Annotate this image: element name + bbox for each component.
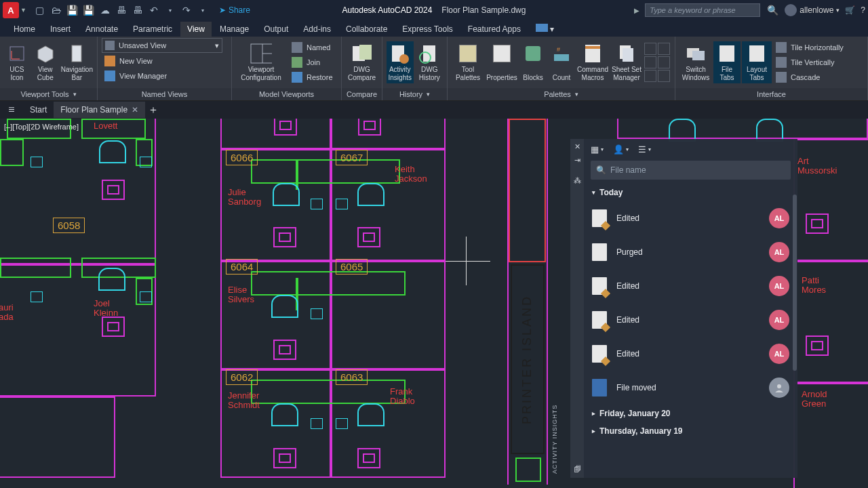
drawing-canvas[interactable]: [–][Top][2D Wireframe] 6058 Lovett Joel … <box>0 119 868 488</box>
view-manager-button[interactable]: View Manager <box>102 69 170 83</box>
viewport-label[interactable]: [–][Top][2D Wireframe] <box>4 123 79 131</box>
panel-title-palettes[interactable]: Palettes▾ <box>448 88 675 100</box>
doc-tab-start[interactable]: Start <box>23 102 54 118</box>
menu-tab-featured-apps[interactable]: Featured Apps <box>461 22 528 37</box>
menu-tab-parametric[interactable]: Parametric <box>126 22 179 37</box>
cascade-button[interactable]: Cascade <box>773 70 846 84</box>
panel-caption: ACTIVITY INSIGHTS <box>551 405 558 474</box>
menu-tab-home[interactable]: Home <box>7 22 42 37</box>
qat-redo-drop-icon[interactable]: ▾ <box>197 5 208 16</box>
group-friday[interactable]: ▸Friday, January 20 <box>584 405 797 422</box>
menu-tab-output[interactable]: Output <box>257 22 295 37</box>
blocks-button[interactable]: Blocks <box>519 41 547 83</box>
filter-user-button[interactable]: 👤▾ <box>613 144 629 155</box>
command-macros-button[interactable]: Command Macros <box>576 41 609 83</box>
panel-title-viewport-tools[interactable]: Viewport Tools ▾ <box>0 88 97 100</box>
menu-tab-annotate[interactable]: Annotate <box>79 22 125 37</box>
menu-tab-manage[interactable]: Manage <box>213 22 256 37</box>
restore-button[interactable]: Restore <box>289 70 336 84</box>
menu-tab-collaborate[interactable]: Collaborate <box>339 22 394 37</box>
app-menu-icon[interactable]: A <box>3 2 19 18</box>
share-button[interactable]: ➤ Share <box>219 5 250 15</box>
person-label: Art Mussorski <box>797 157 837 176</box>
menu-tab-express-tools[interactable]: Express Tools <box>395 22 459 37</box>
panel-title-history[interactable]: History▾ <box>382 88 447 100</box>
named-viewports-button[interactable]: Named <box>289 41 336 54</box>
basket-icon[interactable]: 🛒 <box>845 5 855 15</box>
user-badge: AL <box>769 276 789 296</box>
qat-open-icon[interactable]: 🗁 <box>51 5 62 16</box>
qat-plot-icon[interactable]: 🖶 <box>116 5 127 16</box>
view-dropdown[interactable]: Unsaved View ▾ <box>102 38 222 53</box>
room-label: 6058 <box>53 218 85 233</box>
qat-save-icon[interactable]: 💾 <box>67 5 78 16</box>
activity-row[interactable]: EditedAL <box>584 303 797 337</box>
panel-title-named-views: Named Views <box>98 88 231 100</box>
doc-tab-add-button[interactable]: ＋ <box>145 102 161 118</box>
new-view-button[interactable]: New View <box>102 54 155 68</box>
panel-title-interface: Interface <box>675 88 867 100</box>
activity-row[interactable]: EditedAL <box>584 201 797 235</box>
menu-tab-extra[interactable]: ▾ <box>529 21 561 37</box>
tile-horizontal-button[interactable]: Tile Horizontally <box>773 41 846 54</box>
qat-undo-icon[interactable]: ↶ <box>149 5 159 16</box>
svg-text:#: # <box>557 46 560 53</box>
person-label: Joel Kleinn <box>94 299 118 318</box>
activity-row[interactable]: EditedAL <box>584 269 797 303</box>
tile-vertical-button[interactable]: Tile Vertically <box>773 56 846 69</box>
panel-title-model-viewports: Model Viewports <box>232 88 341 100</box>
doc-menu-icon[interactable]: ≡ <box>4 102 19 117</box>
activity-row[interactable]: File moved <box>584 371 797 405</box>
sheet-set-button[interactable]: Sheet Set Manager <box>610 41 643 83</box>
play-icon[interactable]: ▶ <box>634 7 639 14</box>
app-menu-drop-icon[interactable]: ▼ <box>20 7 26 14</box>
insights-search-input[interactable]: 🔍 File name <box>591 161 791 180</box>
filter-list-button[interactable]: ☰▾ <box>638 144 651 155</box>
svg-point-9 <box>399 54 409 64</box>
dwg-compare-button[interactable]: DWG Compare <box>346 41 378 83</box>
ucs-icon-button[interactable]: UCS Icon <box>4 41 30 83</box>
panel-settings-icon[interactable]: ⁂ <box>572 176 582 185</box>
scroll-thumb[interactable] <box>793 195 797 371</box>
search-input[interactable]: Type a keyword or phrase <box>645 3 760 17</box>
viewport-config-button[interactable]: Viewport Configuration <box>236 41 286 83</box>
doc-tab-close-icon[interactable]: ✕ <box>132 105 138 115</box>
panel-close-icon[interactable]: ✕ <box>572 142 582 151</box>
search-placeholder: Type a keyword or phrase <box>650 6 735 14</box>
menu-tab-add-ins[interactable]: Add-ins <box>296 22 338 37</box>
panel-overflow-icon[interactable]: 🗐 <box>572 464 582 474</box>
qat-undo-drop-icon[interactable]: ▾ <box>165 5 176 16</box>
nav-bar-button[interactable]: Navigation Bar <box>61 41 93 83</box>
filter-grid-button[interactable]: ▦▾ <box>591 144 604 155</box>
menu-tab-view[interactable]: View <box>180 22 212 37</box>
dwg-history-button[interactable]: DWG History <box>416 41 443 83</box>
join-button[interactable]: Join <box>289 56 336 69</box>
panel-pin-icon[interactable]: ⇥ <box>572 155 582 165</box>
layout-tabs-button[interactable]: Layout Tabs <box>742 41 772 83</box>
user-menu[interactable]: allenlowe ▾ <box>785 4 840 16</box>
qat-print-icon[interactable]: 🖶 <box>132 5 143 16</box>
menu-tab-insert[interactable]: Insert <box>43 22 77 37</box>
count-button[interactable]: #Count <box>548 41 575 83</box>
qat-saveas-icon[interactable]: 💾 <box>83 5 94 16</box>
group-thursday[interactable]: ▸Thursday, January 19 <box>584 422 797 440</box>
switch-windows-button[interactable]: Switch Windows <box>679 41 712 83</box>
palette-toggle-grid[interactable] <box>644 43 670 82</box>
person-label: Jennifer Schmidt <box>228 391 260 410</box>
tool-palettes-button[interactable]: Tool Palettes <box>452 41 484 83</box>
document-icon <box>592 243 607 261</box>
qat-new-icon[interactable]: ▢ <box>35 5 45 16</box>
help-icon[interactable]: ? <box>861 5 865 15</box>
activity-row[interactable]: PurgedAL <box>584 235 797 269</box>
doc-tab-active[interactable]: Floor Plan Sample ✕ <box>54 102 145 118</box>
qat-web-icon[interactable]: ☁ <box>100 5 111 16</box>
qat-redo-icon[interactable]: ↷ <box>181 5 192 16</box>
view-cube-button[interactable]: View Cube <box>33 41 58 83</box>
group-today[interactable]: ▾Today <box>584 184 797 201</box>
activity-row[interactable]: EditedAL <box>584 337 797 371</box>
file-tabs-button[interactable]: File Tabs <box>713 41 741 83</box>
activity-insights-button[interactable]: Activity Insights <box>387 41 414 83</box>
document-icon <box>592 209 607 227</box>
search-icon[interactable]: 🔍 <box>766 3 779 17</box>
properties-button[interactable]: Properties <box>486 41 518 83</box>
